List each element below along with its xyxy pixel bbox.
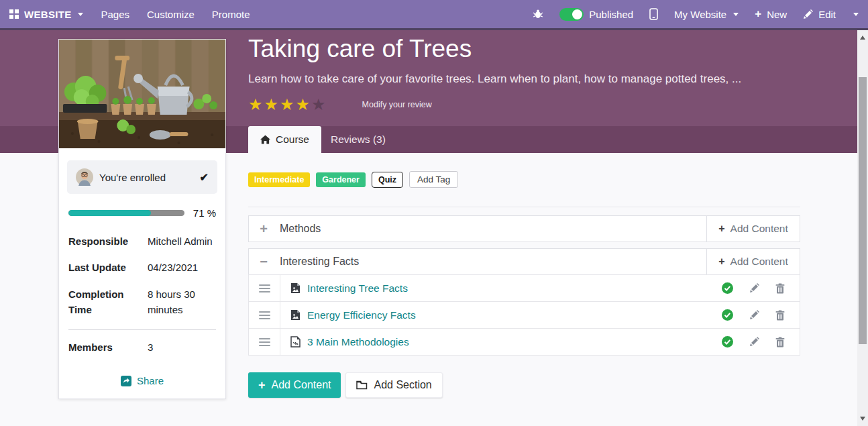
debug-bug-icon[interactable] bbox=[533, 9, 543, 19]
enrolled-status-box: You're enrolled ✔ bbox=[67, 160, 217, 194]
file-pdf-icon bbox=[290, 336, 301, 348]
nav-item-pages[interactable]: Pages bbox=[101, 9, 129, 20]
lesson-row-interesting-tree-facts: Interesting Tree Facts bbox=[248, 274, 800, 302]
course-sidebar-card: You're enrolled ✔ 71 % Responsible Mitch… bbox=[58, 39, 226, 399]
edit-pencil-icon[interactable] bbox=[749, 283, 759, 293]
add-content-button[interactable]: + Add Content bbox=[248, 372, 341, 398]
scrollbar-down-arrow-icon[interactable] bbox=[860, 417, 865, 421]
star-icon[interactable]: ★ bbox=[248, 97, 264, 113]
folder-icon bbox=[356, 380, 368, 390]
trash-icon[interactable] bbox=[775, 283, 785, 294]
nav-item-promote[interactable]: Promote bbox=[212, 9, 250, 20]
add-content-button-interesting-facts[interactable]: + Add Content bbox=[706, 248, 800, 275]
edit-button[interactable]: Edit bbox=[803, 9, 836, 20]
navbar-overflow-chevron-icon[interactable] bbox=[853, 13, 859, 16]
scrollbar-thumb[interactable] bbox=[859, 77, 867, 344]
website-menu-label: WEBSITE bbox=[24, 9, 71, 20]
trash-icon[interactable] bbox=[775, 337, 785, 348]
collapse-minus-icon[interactable]: − bbox=[259, 255, 268, 268]
section-methods: + Methods + Add Content bbox=[248, 215, 800, 242]
course-cover-image bbox=[59, 40, 225, 148]
progress-row: 71 % bbox=[68, 207, 216, 219]
add-section-label: Add Section bbox=[374, 379, 431, 391]
tag-gardener[interactable]: Gardener bbox=[316, 172, 366, 187]
lesson-row-energy-efficiency-facts: Energy Efficiency Facts bbox=[248, 301, 800, 329]
site-switcher-menu[interactable]: My Website bbox=[674, 9, 739, 20]
edit-pencil-icon[interactable] bbox=[749, 337, 759, 347]
lesson-link[interactable]: 3 Main Methodologies bbox=[307, 336, 409, 348]
share-link[interactable]: Share bbox=[67, 375, 217, 386]
add-tag-button[interactable]: Add Tag bbox=[409, 171, 458, 188]
new-label: New bbox=[767, 9, 787, 20]
website-menu-button[interactable]: WEBSITE bbox=[9, 9, 83, 20]
edit-pencil-icon[interactable] bbox=[749, 310, 759, 320]
lesson-link[interactable]: Interesting Tree Facts bbox=[307, 282, 408, 295]
scrollbar-track[interactable] bbox=[857, 30, 868, 426]
chevron-down-icon bbox=[78, 13, 83, 16]
detail-label: Members bbox=[68, 339, 148, 355]
plus-icon: + bbox=[718, 256, 724, 268]
nav-item-customize[interactable]: Customize bbox=[147, 9, 195, 20]
section-methods-header[interactable]: + Methods bbox=[248, 215, 707, 242]
detail-value: 3 bbox=[148, 339, 216, 355]
mobile-preview-icon[interactable] bbox=[649, 8, 658, 20]
add-content-button-methods[interactable]: + Add Content bbox=[706, 215, 800, 242]
new-button[interactable]: + New bbox=[755, 7, 787, 21]
star-rating[interactable]: ★★★★★ bbox=[248, 97, 327, 113]
file-image-icon bbox=[290, 309, 301, 321]
star-icon[interactable]: ★ bbox=[280, 97, 296, 113]
drag-handle[interactable] bbox=[249, 302, 280, 328]
enrolled-label: You're enrolled bbox=[99, 172, 166, 183]
home-icon bbox=[260, 135, 270, 144]
published-toggle[interactable]: Published bbox=[559, 8, 633, 21]
footer-buttons: + Add Content Add Section bbox=[248, 372, 443, 398]
divider bbox=[68, 329, 216, 330]
scrollbar-up-arrow-icon[interactable] bbox=[860, 36, 865, 40]
tag-intermediate[interactable]: Intermediate bbox=[248, 172, 310, 187]
section-interesting-facts: − Interesting Facts + Add Content bbox=[248, 248, 800, 275]
course-tags-row: Intermediate Gardener Quiz Add Tag bbox=[248, 171, 458, 188]
section-title: Methods bbox=[280, 223, 321, 235]
add-section-button[interactable]: Add Section bbox=[345, 372, 442, 398]
detail-value: Mitchell Admin bbox=[148, 233, 216, 249]
completed-check-icon[interactable] bbox=[722, 336, 733, 348]
modify-review-link[interactable]: Modify your review bbox=[362, 100, 432, 109]
detail-label: Last Update bbox=[68, 260, 148, 275]
lesson-row-3-main-methodologies: 3 Main Methodologies bbox=[248, 328, 800, 356]
lesson-list: Interesting Tree Facts Energy bbox=[248, 275, 800, 356]
tab-course[interactable]: Course bbox=[248, 126, 321, 153]
edit-label: Edit bbox=[818, 9, 836, 20]
detail-last-update: Last Update 04/23/2021 bbox=[68, 260, 216, 275]
detail-members: Members 3 bbox=[68, 339, 216, 355]
tag-quiz[interactable]: Quiz bbox=[372, 172, 403, 188]
star-icon[interactable]: ★ bbox=[296, 97, 312, 113]
tab-reviews-label: Reviews (3) bbox=[331, 134, 386, 146]
trash-icon[interactable] bbox=[775, 310, 785, 321]
expand-plus-icon[interactable]: + bbox=[259, 222, 268, 235]
plus-icon: + bbox=[718, 223, 724, 235]
completed-check-icon[interactable] bbox=[722, 309, 733, 321]
section-interesting-facts-header[interactable]: − Interesting Facts bbox=[248, 248, 707, 275]
section-title: Interesting Facts bbox=[280, 256, 359, 268]
tab-reviews[interactable]: Reviews (3) bbox=[319, 126, 398, 153]
divider bbox=[248, 207, 800, 207]
detail-responsible: Responsible Mitchell Admin bbox=[68, 233, 216, 249]
plus-icon: + bbox=[258, 380, 266, 390]
star-icon[interactable]: ★ bbox=[264, 97, 280, 113]
star-icon[interactable]: ★ bbox=[311, 97, 327, 113]
grid-icon bbox=[9, 9, 19, 19]
lesson-link[interactable]: Energy Efficiency Facts bbox=[307, 309, 416, 321]
toggle-on-icon[interactable] bbox=[559, 8, 584, 21]
share-icon bbox=[121, 376, 131, 386]
plus-icon: + bbox=[755, 7, 761, 21]
progress-bar bbox=[68, 210, 184, 216]
detail-value: 8 hours 30 minutes bbox=[148, 286, 216, 318]
page-title: Taking care of Trees bbox=[248, 35, 472, 63]
progress-fill bbox=[68, 210, 151, 216]
site-switcher-label: My Website bbox=[674, 9, 726, 20]
drag-handle[interactable] bbox=[249, 275, 280, 301]
completed-check-icon[interactable] bbox=[722, 282, 733, 294]
drag-handle[interactable] bbox=[249, 329, 280, 355]
detail-label: Completion Time bbox=[68, 286, 148, 318]
detail-label: Responsible bbox=[68, 233, 148, 249]
